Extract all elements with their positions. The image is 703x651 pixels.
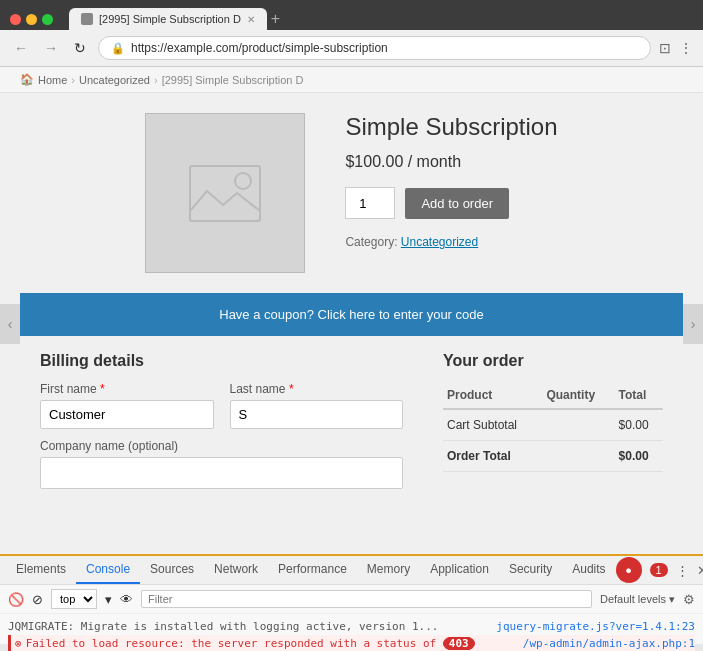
console-info-text: JQMIGRATE: Migrate is installed with log… (8, 620, 488, 633)
refresh-button[interactable]: ↻ (70, 38, 90, 58)
billing-details: Billing details First name * Last name * (40, 352, 403, 499)
breadcrumb-sep-2: › (154, 74, 158, 86)
browser-tab-bar: [2995] Simple Subscription D ✕ + (69, 8, 693, 30)
breadcrumb-uncategorized-link[interactable]: Uncategorized (79, 74, 150, 86)
last-name-required: * (289, 382, 294, 396)
product-category: Category: Uncategorized (345, 235, 557, 249)
billing-title: Billing details (40, 352, 403, 370)
first-name-required: * (100, 382, 105, 396)
devtools-tab-console[interactable]: Console (76, 556, 140, 584)
console-level-selector[interactable]: Default levels ▾ (600, 593, 675, 606)
console-eye-icon[interactable]: 👁 (120, 592, 133, 607)
company-label: Company name (optional) (40, 439, 403, 453)
product-add-section: Add to order (345, 187, 557, 219)
devtools-close-icon[interactable]: ✕ (697, 563, 703, 578)
product-image (145, 113, 305, 273)
devtools-console: JQMIGRATE: Migrate is installed with log… (0, 614, 703, 651)
product-details: Simple Subscription $100.00 / month Add … (345, 113, 557, 273)
quantity-input[interactable] (345, 187, 395, 219)
devtools-tab-sources[interactable]: Sources (140, 556, 204, 584)
cart-subtotal-label: Cart Subtotal (443, 409, 542, 441)
console-filter-input[interactable] (141, 590, 592, 608)
product-title: Simple Subscription (345, 113, 557, 141)
devtools-more-icon[interactable]: ⋮ (676, 563, 689, 578)
first-name-input[interactable] (40, 400, 214, 429)
address-bar[interactable]: 🔒 https://example.com/product/simple-sub… (98, 36, 651, 60)
breadcrumb-current: [2995] Simple Subscription D (162, 74, 304, 86)
level-dropdown-icon: ▾ (669, 593, 675, 606)
your-order: Your order Product Quantity Total Cart S… (443, 352, 663, 499)
company-input[interactable] (40, 457, 403, 489)
category-link[interactable]: Uncategorized (401, 235, 478, 249)
svg-point-1 (235, 173, 251, 189)
context-dropdown-icon[interactable]: ▾ (105, 592, 112, 607)
ssl-lock-icon: 🔒 (111, 42, 125, 55)
prev-page-arrow[interactable]: ‹ (0, 304, 20, 344)
devtools-toolbar: 🚫 ⊘ top ▾ 👁 Default levels ▾ ⚙ (0, 585, 703, 614)
forward-button[interactable]: → (40, 38, 62, 58)
breadcrumb-home-link[interactable]: Home (38, 74, 67, 86)
console-line-info: JQMIGRATE: Migrate is installed with log… (8, 618, 695, 635)
cart-subtotal-row: Cart Subtotal $0.00 (443, 409, 663, 441)
devtools-tab-elements[interactable]: Elements (6, 556, 76, 584)
level-label: Default levels (600, 593, 666, 605)
product-section: Simple Subscription $100.00 / month Add … (20, 113, 683, 273)
maximize-window-button[interactable] (42, 14, 53, 25)
browser-tab[interactable]: [2995] Simple Subscription D ✕ (69, 8, 267, 30)
product-placeholder (185, 161, 265, 226)
order-section: Billing details First name * Last name * (20, 336, 683, 515)
devtools-tab-application[interactable]: Application (420, 556, 499, 584)
toolbar-right-actions: ⊡ ⋮ (659, 40, 693, 56)
console-error-text: Failed to load resource: the server resp… (26, 637, 515, 650)
devtools-tab-network[interactable]: Network (204, 556, 268, 584)
devtools-tab-actions: ● 1 ⋮ ✕ (616, 557, 703, 583)
close-window-button[interactable] (10, 14, 21, 25)
tab-title: [2995] Simple Subscription D (99, 13, 241, 25)
console-filter-icon[interactable]: ⊘ (32, 592, 43, 607)
cart-subtotal-value: $0.00 (615, 409, 663, 441)
breadcrumb-icon: 🏠 (20, 73, 34, 86)
devtools-tab-security[interactable]: Security (499, 556, 562, 584)
devtools-error-badge: 1 (650, 563, 668, 577)
devtools-settings-icon[interactable]: ⚙ (683, 592, 695, 607)
address-url: https://example.com/product/simple-subsc… (131, 41, 388, 55)
col-product: Product (443, 382, 542, 409)
console-clear-icon[interactable]: 🚫 (8, 592, 24, 607)
last-name-field: Last name * (230, 382, 404, 429)
order-total-row: Order Total $0.00 (443, 441, 663, 472)
devtools-error-count: ● (616, 557, 642, 583)
coupon-text: Have a coupon? Click here to enter your … (219, 307, 484, 322)
tab-close-button[interactable]: ✕ (247, 14, 255, 25)
devtools-tab-memory[interactable]: Memory (357, 556, 420, 584)
breadcrumb: 🏠 Home › Uncategorized › [2995] Simple S… (0, 67, 703, 93)
next-page-arrow[interactable]: › (683, 304, 703, 344)
tab-favicon (81, 13, 93, 25)
coupon-bar[interactable]: Have a coupon? Click here to enter your … (20, 293, 683, 336)
col-quantity: Quantity (542, 382, 614, 409)
console-error-file[interactable]: /wp-admin/admin-ajax.php:1 (523, 637, 695, 650)
devtools-tab-bar: Elements Console Sources Network Perform… (0, 556, 703, 585)
cart-subtotal-qty (542, 409, 614, 441)
name-row: First name * Last name * (40, 382, 403, 429)
order-table: Product Quantity Total Cart Subtotal $0.… (443, 382, 663, 472)
browser-window-controls (10, 14, 53, 25)
breadcrumb-sep-1: › (71, 74, 75, 86)
last-name-input[interactable] (230, 400, 404, 429)
console-line-error: ⊗ Failed to load resource: the server re… (8, 635, 695, 651)
devtools-tab-performance[interactable]: Performance (268, 556, 357, 584)
cast-icon[interactable]: ⊡ (659, 40, 671, 56)
add-to-order-button[interactable]: Add to order (405, 188, 509, 219)
console-info-file[interactable]: jquery-migrate.js?ver=1.4.1:23 (496, 620, 695, 633)
order-total-qty (542, 441, 614, 472)
placeholder-image-svg (185, 161, 265, 226)
company-field: Company name (optional) (40, 439, 403, 489)
browser-chrome: [2995] Simple Subscription D ✕ + ← → ↻ 🔒… (0, 0, 703, 67)
menu-icon[interactable]: ⋮ (679, 40, 693, 56)
new-tab-button[interactable]: + (271, 10, 280, 28)
back-button[interactable]: ← (10, 38, 32, 58)
context-selector[interactable]: top (51, 589, 97, 609)
devtools-tab-audits[interactable]: Audits (562, 556, 615, 584)
minimize-window-button[interactable] (26, 14, 37, 25)
error-icon: ⊗ (15, 637, 22, 650)
svg-rect-0 (190, 166, 260, 221)
